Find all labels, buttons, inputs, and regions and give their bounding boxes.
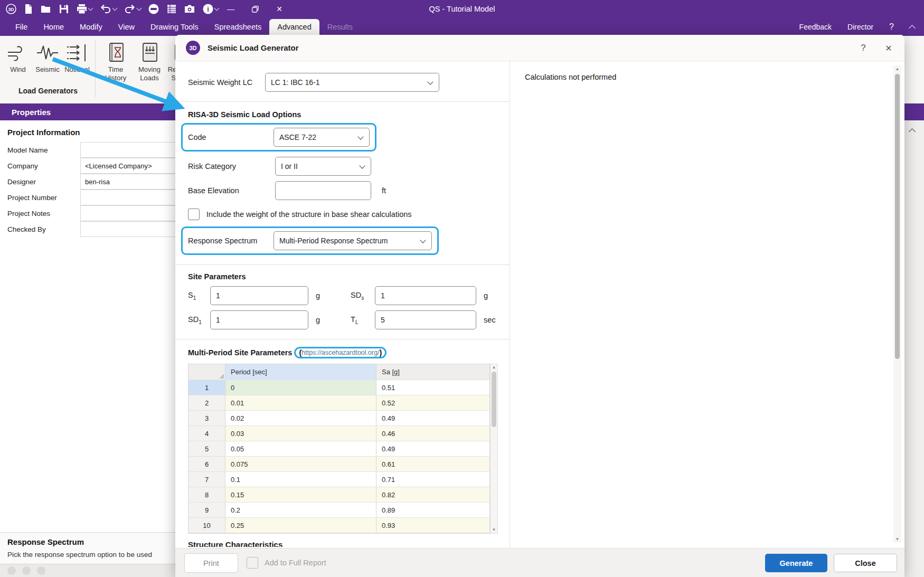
dialog-help-button[interactable]: ? [852,35,875,61]
sa-cell[interactable]: 0.61 [376,457,490,472]
save-icon[interactable] [59,4,69,14]
row-number-cell[interactable]: 10 [188,518,225,533]
period-cell[interactable]: 0.25 [225,518,376,533]
close-button[interactable]: Close [834,554,897,572]
tab-view[interactable]: View [110,19,143,36]
close-window-button[interactable]: ✕ [267,0,291,18]
sa-cell[interactable]: 0.52 [376,395,490,411]
period-cell[interactable]: 0.2 [225,503,376,518]
feedback-menu-item[interactable]: Feedback [799,23,832,31]
sa-cell[interactable]: 0.51 [376,380,490,395]
table-corner-cell[interactable] [188,364,225,380]
tab-spreadsheets[interactable]: Spreadsheets [206,19,269,36]
info-icon[interactable]: i [202,3,219,15]
period-cell[interactable]: 0 [225,380,376,395]
sa-cell[interactable]: 0.46 [376,426,490,441]
period-cell[interactable]: 0.15 [225,487,376,503]
tab-modify[interactable]: Modify [72,19,110,36]
site-param-input[interactable]: 1 [375,286,476,305]
period-cell[interactable]: 0.03 [225,426,376,441]
dialog-title: Seismic Load Generator [208,43,299,52]
dialog-header: 3D Seismic Load Generator ? ✕ [175,35,904,61]
seismic-weight-lc-dropdown[interactable]: LC 1: IBC 16-1 [265,73,439,92]
open-folder-icon[interactable] [40,4,52,14]
period-cell[interactable]: 0.075 [225,457,376,472]
director-menu-item[interactable]: Director [847,23,873,31]
wind-button[interactable]: Wind [3,40,33,74]
include-weight-checkbox[interactable] [188,209,200,220]
seismic-button[interactable]: Seismic [33,40,62,74]
panel-collapse-button[interactable] [904,125,920,136]
sa-cell[interactable]: 0.71 [376,472,490,487]
row-number-cell[interactable]: 1 [188,380,225,395]
collapse-ribbon-icon[interactable] [909,25,916,32]
row-number-cell[interactable]: 5 [188,441,225,457]
new-file-icon[interactable] [24,4,33,14]
site-param-input[interactable]: 5 [375,310,476,329]
moving-loads-button[interactable]: Moving Loads [133,40,166,82]
tab-advanced[interactable]: Advanced [269,19,319,36]
sa-cell[interactable]: 0.93 [376,518,490,533]
period-cell[interactable]: 0.05 [225,441,376,457]
print-button[interactable]: Print [184,553,238,573]
camera-icon[interactable] [184,4,195,14]
undo-icon[interactable] [99,3,117,15]
row-number-cell[interactable]: 3 [188,411,225,426]
scroll-down-icon[interactable]: ▼ [492,528,496,532]
period-cell[interactable]: 0.1 [225,472,376,487]
tab-drawing-tools[interactable]: Drawing Tools [143,19,206,36]
row-number-cell[interactable]: 2 [188,395,225,411]
results-scrollbar[interactable]: ▲ ▼ [893,65,901,543]
site-param-input[interactable]: 1 [210,310,308,329]
scrollbar-thumb[interactable] [492,372,496,427]
no-entry-icon[interactable] [148,3,159,15]
tab-home[interactable]: Home [35,19,72,36]
sa-cell[interactable]: 0.49 [376,411,490,426]
help-menu-icon[interactable]: ? [889,22,894,32]
sa-cell[interactable]: 0.89 [376,503,490,518]
add-to-report-checkbox[interactable] [247,557,258,569]
scroll-down-icon[interactable]: ▼ [895,537,900,542]
dialog-close-icon[interactable]: ✕ [877,35,900,61]
site-param-unit: sec [484,316,496,324]
minimize-button[interactable]: — [219,0,243,18]
notional-button[interactable]: Notional [62,40,92,74]
tab-file[interactable]: File [7,19,35,36]
row-number-cell[interactable]: 9 [188,503,225,518]
period-cell[interactable]: 0.01 [225,395,376,411]
scrollbar-thumb[interactable] [895,74,900,359]
maximize-button[interactable] [243,0,267,18]
table-scrollbar[interactable]: ▲ ▼ [490,364,498,534]
row-number-cell[interactable]: 6 [188,457,225,472]
response-spectrum-dropdown[interactable]: Multi-Period Response Spectrum [274,231,432,250]
print-icon[interactable] [76,4,92,14]
property-label: Project Number [7,194,57,202]
period-column-header[interactable]: Period [sec] [225,364,376,380]
time-history-button[interactable]: Time History [99,40,133,82]
row-number-cell[interactable]: 4 [188,426,225,441]
risk-category-dropdown[interactable]: I or II [275,157,371,176]
spreadsheet-icon[interactable] [166,4,177,14]
table-header-row: Period [sec]Sa [g] [188,364,490,380]
sa-cell[interactable]: 0.49 [376,441,490,457]
code-dropdown[interactable]: ASCE 7-22 [274,128,370,147]
scroll-up-icon[interactable]: ▲ [492,365,496,370]
row-number-cell[interactable]: 7 [188,472,225,487]
tab-results[interactable]: Results [319,19,361,36]
site-parameters-heading: Site Parameters [188,272,499,281]
menu-bar: FileHomeModifyViewDrawing ToolsSpreadshe… [0,18,924,36]
include-weight-label: Include the weight of the structure in b… [206,210,412,219]
svg-text:3D: 3D [8,7,14,12]
site-param-input[interactable]: 1 [210,286,308,305]
property-label: Designer [7,178,36,186]
sa-cell[interactable]: 0.82 [376,487,490,503]
sa-column-header[interactable]: Sa [g] [376,364,490,380]
generate-button[interactable]: Generate [765,554,827,572]
hazard-tool-link[interactable]: https://ascehazardtool.org/ [301,349,379,356]
redo-icon[interactable] [124,3,141,15]
scroll-up-icon[interactable]: ▲ [895,67,900,71]
base-elevation-input[interactable] [275,181,371,200]
row-number-cell[interactable]: 8 [188,487,225,503]
period-cell[interactable]: 0.02 [225,411,376,426]
site-param-label: S1 [188,291,210,301]
